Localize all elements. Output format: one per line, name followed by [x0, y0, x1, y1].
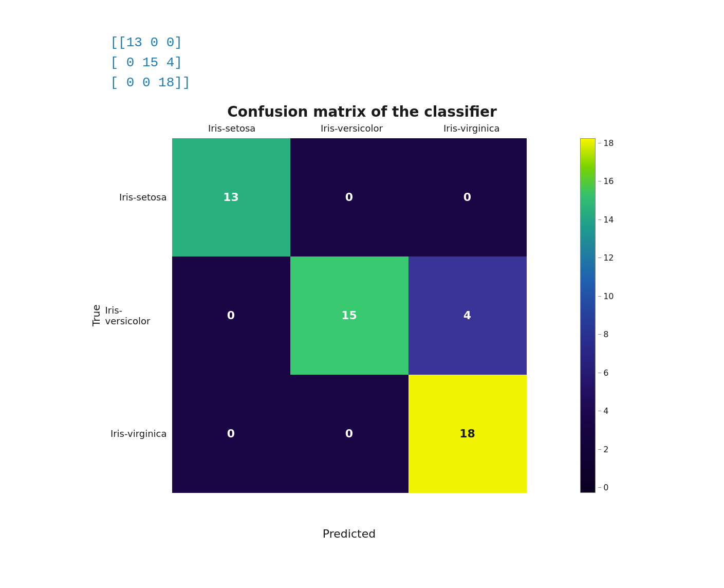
matrix-cell-1-2: 4: [409, 256, 527, 375]
matrix-cell-2-2: 18: [409, 375, 527, 493]
colorbar: [580, 138, 596, 493]
col-label-virginica: Iris-virginica: [415, 123, 528, 134]
colorbar-tick-18: 18: [598, 138, 614, 148]
matrix-line-2: [ 0 15 4]: [110, 53, 191, 73]
row-labels: Iris-setosa Iris-versicolor Iris-virgini…: [105, 138, 172, 493]
colorbar-tick-12: 12: [598, 253, 614, 263]
cell-value-2-0: 0: [227, 427, 235, 440]
tick-line: [598, 449, 601, 450]
tick-line: [598, 181, 601, 181]
cell-value-1-1: 15: [341, 309, 357, 322]
matrix-row-1: 0154: [172, 256, 527, 375]
tick-line: [598, 219, 601, 220]
chart-title: Confusion matrix of the classifier: [227, 103, 496, 120]
tick-label-4: 4: [603, 406, 608, 416]
tick-label-16: 16: [603, 176, 614, 186]
cell-value-0-2: 0: [463, 191, 471, 204]
colorbar-ticks: 181614121086420: [596, 138, 614, 493]
matrix-row-0: 1300: [172, 138, 527, 256]
matrix-row-2: 0018: [172, 375, 527, 493]
row-label-virginica: Iris-virginica: [105, 375, 172, 493]
tick-label-12: 12: [603, 253, 614, 263]
matrix-line-3: [ 0 0 18]]: [110, 73, 191, 93]
tick-line: [598, 487, 601, 488]
colorbar-tick-2: 2: [598, 445, 614, 454]
matrix-cell-2-0: 0: [172, 375, 290, 493]
matrix-output: [[13 0 0] [ 0 15 4] [ 0 0 18]]: [110, 33, 191, 93]
matrix-grid: 130001540018: [172, 138, 527, 493]
cell-value-1-2: 4: [463, 309, 471, 322]
matrix-line-1: [[13 0 0]: [110, 33, 191, 53]
colorbar-tick-6: 6: [598, 368, 614, 378]
tick-label-0: 0: [603, 483, 608, 492]
row-label-setosa: Iris-setosa: [105, 138, 172, 256]
col-labels: Iris-setosa Iris-versicolor Iris-virgini…: [172, 123, 532, 134]
tick-line: [598, 143, 601, 143]
colorbar-container: 181614121086420: [580, 138, 614, 493]
tick-label-10: 10: [603, 291, 614, 301]
tick-label-6: 6: [603, 368, 608, 378]
col-label-setosa: Iris-setosa: [175, 123, 288, 134]
cell-value-0-1: 0: [345, 191, 353, 204]
chart-container: Confusion matrix of the classifier Iris-…: [105, 103, 619, 556]
matrix-cell-1-1: 15: [290, 256, 409, 375]
colorbar-tick-4: 4: [598, 406, 614, 416]
tick-label-18: 18: [603, 138, 614, 148]
tick-label-8: 8: [603, 329, 608, 339]
matrix-cell-0-2: 0: [409, 138, 527, 256]
col-label-versicolor: Iris-versicolor: [295, 123, 408, 134]
tick-line: [598, 296, 601, 297]
matrix-cell-0-0: 13: [172, 138, 290, 256]
colorbar-tick-14: 14: [598, 215, 614, 225]
tick-line: [598, 258, 601, 258]
cell-value-0-0: 13: [223, 191, 239, 204]
colorbar-tick-10: 10: [598, 291, 614, 301]
tick-line: [598, 373, 601, 373]
colorbar-tick-0: 0: [598, 483, 614, 492]
tick-label-2: 2: [603, 445, 608, 454]
cell-value-1-0: 0: [227, 309, 235, 322]
colorbar-tick-8: 8: [598, 329, 614, 339]
tick-label-14: 14: [603, 215, 614, 225]
matrix-cell-2-1: 0: [290, 375, 409, 493]
main-container: [[13 0 0] [ 0 15 4] [ 0 0 18]] Confusion…: [80, 33, 645, 556]
matrix-cell-0-1: 0: [290, 138, 409, 256]
cell-value-2-2: 18: [459, 427, 475, 440]
cell-value-2-1: 0: [345, 427, 353, 440]
y-axis-label: True: [90, 138, 102, 493]
tick-line: [598, 411, 601, 411]
x-axis-label: Predicted: [172, 527, 527, 540]
row-label-versicolor: Iris-versicolor: [105, 256, 172, 375]
tick-line: [598, 334, 601, 335]
colorbar-tick-16: 16: [598, 176, 614, 186]
matrix-cell-1-0: 0: [172, 256, 290, 375]
